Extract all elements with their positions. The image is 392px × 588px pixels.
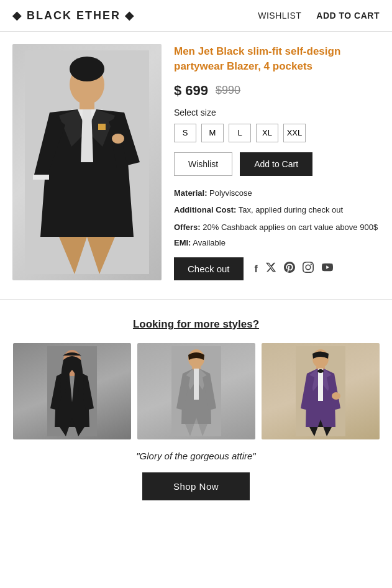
size-s[interactable]: S <box>174 124 196 142</box>
size-options: S M L XL XXL <box>174 124 380 142</box>
style-figure-1 <box>47 346 97 436</box>
twitter-icon[interactable] <box>265 262 276 276</box>
youtube-icon[interactable] <box>321 262 334 276</box>
pinterest-icon[interactable] <box>284 262 295 276</box>
more-styles-title: Looking for more styles? <box>12 318 380 331</box>
section-divider <box>0 299 392 300</box>
svg-point-5 <box>112 134 124 144</box>
price-current: $ 699 <box>174 83 208 99</box>
select-size-label: Select size <box>174 108 380 117</box>
material-info: Material: Polyviscose <box>174 187 380 200</box>
svg-rect-18 <box>318 369 323 401</box>
product-title: Men Jet Black slim-fit self-design party… <box>174 44 380 74</box>
shop-now-button[interactable]: Shop Now <box>142 472 250 500</box>
wishlist-link[interactable]: WISHLIST <box>258 11 301 21</box>
header: ◆ BLACK ETHER ◆ WISHLIST ADD TO CART <box>0 0 392 32</box>
additional-cost-info: Additional Cost: Tax, applied during che… <box>174 204 380 216</box>
price-original: $990 <box>216 84 240 97</box>
style-figure-3 <box>296 346 345 436</box>
style-figure-2 <box>171 346 221 436</box>
size-xl[interactable]: XL <box>256 124 278 142</box>
add-to-cart-button[interactable]: Add to Cart <box>240 152 312 176</box>
action-buttons: Wishlist Add to Cart <box>174 152 380 176</box>
product-image-svg <box>25 50 149 274</box>
price-row: $ 699 $990 <box>174 83 380 99</box>
material-value: Polyviscose <box>209 188 252 198</box>
product-image <box>12 44 162 280</box>
instagram-icon[interactable] <box>303 262 314 276</box>
header-nav: WISHLIST ADD TO CART <box>258 11 380 21</box>
add-to-cart-link[interactable]: ADD TO CART <box>316 11 380 21</box>
material-label: Material: <box>174 188 207 198</box>
logo-text: ◆ BLACK ETHER ◆ <box>12 9 135 22</box>
size-xxl[interactable]: XXL <box>283 124 306 142</box>
more-styles-section: Looking for more styles? <box>0 306 392 513</box>
tagline: "Glory of the gorgeous attire" <box>12 451 380 461</box>
product-image-container <box>12 44 162 280</box>
checkout-row: Check out f <box>174 257 380 280</box>
svg-rect-14 <box>194 369 199 400</box>
offers-value: 20% Cashback applies on cart value above… <box>203 223 378 232</box>
style-grid <box>12 343 380 439</box>
logo: ◆ BLACK ETHER ◆ <box>12 9 135 22</box>
social-icons: f <box>255 262 334 276</box>
emi-info: EMI: Available <box>174 238 380 247</box>
svg-point-20 <box>332 392 340 400</box>
emi-value: Available <box>193 238 226 247</box>
product-section: Men Jet Black slim-fit self-design party… <box>0 32 392 293</box>
size-m[interactable]: M <box>201 124 224 142</box>
wishlist-button[interactable]: Wishlist <box>174 152 232 176</box>
facebook-icon[interactable]: f <box>255 264 258 275</box>
svg-rect-6 <box>33 175 49 180</box>
checkout-button[interactable]: Check out <box>174 257 244 280</box>
style-card-3 <box>262 343 380 439</box>
svg-rect-7 <box>98 124 106 130</box>
additional-cost-label: Additional Cost: <box>174 205 236 214</box>
svg-point-2 <box>70 57 104 81</box>
emi-label: EMI: <box>174 238 191 247</box>
offers-info: Offers: 20% Cashback applies on cart val… <box>174 221 380 234</box>
style-card-1 <box>13 343 131 439</box>
offers-label: Offers: <box>174 223 201 232</box>
svg-point-19 <box>317 369 324 373</box>
product-details: Men Jet Black slim-fit self-design party… <box>174 44 380 280</box>
size-l[interactable]: L <box>229 124 251 142</box>
style-card-2 <box>137 343 255 439</box>
additional-cost-value: Tax, applied during check out <box>239 205 343 214</box>
